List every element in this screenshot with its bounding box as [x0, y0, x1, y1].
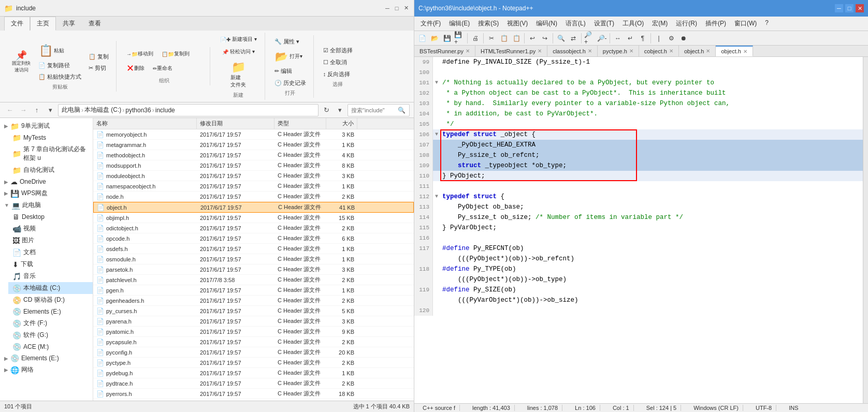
table-row[interactable]: 📄 parsetok.h 2017/6/17 19:57 C Header 源文… [93, 264, 414, 275]
sidebar-item-local-c[interactable]: 💿 本地磁盘 (C:) [8, 282, 93, 294]
save-all-button[interactable]: 💾+ [454, 33, 465, 44]
menu-window[interactable]: 窗口(W) [730, 18, 761, 30]
sync-scroll-button[interactable]: ↔ [612, 33, 624, 44]
sidebar-item-video[interactable]: 📹 视频 [8, 223, 93, 234]
np-close-button[interactable]: ✕ [856, 4, 864, 12]
table-row[interactable]: 📄 pyctype.h 2017/6/17 19:57 C Header 源文件… [93, 358, 414, 368]
table-row[interactable]: 📄 methodobject.h 2017/6/17 19:57 C Heade… [93, 150, 414, 160]
paste-tool-button[interactable]: 📋 [511, 33, 522, 44]
fold-marker[interactable] [433, 243, 440, 254]
maximize-button[interactable]: □ [393, 5, 400, 12]
delete-button[interactable]: ✕ 删除 [123, 61, 148, 76]
tab-close-icon[interactable]: ✕ [706, 48, 710, 54]
fold-marker[interactable] [433, 212, 440, 223]
col-size[interactable]: 大小 [326, 118, 357, 129]
sidebar-item-automation[interactable]: 📁 自动化测试 [8, 164, 93, 176]
macro-button[interactable]: ⚙ [666, 33, 677, 44]
pin-button[interactable]: 📌 固定到快速访问 [8, 49, 34, 76]
tab-object2[interactable]: object.h ✕ [716, 46, 753, 56]
menu-run[interactable]: 运行(R) [672, 18, 701, 30]
tab-bstestrunner[interactable]: BSTestRunner.py ✕ [414, 46, 475, 56]
select-all-button[interactable]: ☑ 全部选择 [320, 45, 356, 56]
menu-tools[interactable]: 工具(O) [618, 18, 648, 30]
table-row[interactable]: 📄 objimpl.h 2017/6/17 19:57 C Header 源文件… [93, 213, 414, 223]
tab-close-icon[interactable]: ✕ [629, 48, 633, 54]
col-name[interactable]: 名称 [93, 118, 197, 129]
table-row[interactable]: 📄 metagrammar.h 2017/6/17 19:57 C Header… [93, 140, 414, 150]
word-wrap-button[interactable]: ↵ [625, 33, 636, 44]
table-row[interactable]: 📄 osdefs.h 2017/6/17 19:57 C Header 源文件 … [93, 244, 414, 254]
table-row[interactable]: 📄 opcode.h 2017/6/17 19:57 C Header 源文件 … [93, 233, 414, 244]
replace-button[interactable]: ⇄ [568, 33, 579, 44]
sidebar-item-network[interactable]: ▶ 🌐 网络 [0, 364, 93, 376]
address-path[interactable]: 此电脑 › 本地磁盘 (C:) › python36 › include [58, 104, 319, 116]
fold-marker[interactable] [433, 285, 440, 295]
table-row[interactable]: 📄 pgen.h 2017/6/17 19:57 C Header 源文件 1 … [93, 285, 414, 296]
menu-file[interactable]: 文件(F) [416, 18, 445, 30]
tab-share[interactable]: 共享 [56, 17, 82, 31]
undo-button[interactable]: ↩ [527, 33, 538, 44]
tab-close-icon[interactable]: ✕ [743, 49, 747, 54]
indent-guide-button[interactable]: | [653, 33, 664, 44]
new-folder-button[interactable]: 📁 新建文件夹 [227, 58, 250, 91]
table-row[interactable]: 📄 namespaceobject.h 2017/6/17 19:57 C He… [93, 181, 414, 192]
all-chars-button[interactable]: ¶ [637, 33, 648, 44]
fold-marker[interactable] [433, 274, 440, 285]
fold-marker[interactable] [433, 254, 440, 264]
table-row[interactable]: 📄 object.h 2017/6/17 19:57 C Header 源文件 … [93, 202, 414, 213]
sidebar-item-desktop[interactable]: 🖥 Desktop [8, 211, 93, 223]
table-row[interactable]: 📄 patchlevel.h 2017/7/8 3:58 C Header 源文… [93, 275, 414, 285]
tab-classobject[interactable]: classobject.h ✕ [547, 46, 598, 56]
up-button[interactable]: ↑ [31, 105, 42, 116]
properties-button[interactable]: 🔧 属性 ▾ [271, 36, 302, 47]
table-row[interactable]: 📄 osmodule.h 2017/6/17 19:57 C Header 源文… [93, 254, 414, 264]
fold-marker[interactable] [433, 67, 440, 78]
table-row[interactable]: 📄 pyarena.h 2017/6/17 19:57 C Header 源文件… [93, 316, 414, 327]
new-file-button[interactable]: 📄 [416, 33, 428, 44]
table-row[interactable]: 📄 pycapsule.h 2017/6/17 19:57 C Header 源… [93, 337, 414, 347]
fold-marker[interactable] [433, 109, 440, 119]
table-row[interactable]: 📄 moduleobject.h 2017/6/17 19:57 C Heade… [93, 171, 414, 181]
fold-marker[interactable] [433, 98, 440, 109]
fold-marker[interactable] [433, 171, 440, 181]
tab-home[interactable]: 主页 [30, 17, 56, 31]
menu-search[interactable]: 搜索(S) [474, 18, 503, 30]
tab-htmltestrunner[interactable]: HTMLTestRunner1.py ✕ [475, 46, 547, 56]
tab-cobject[interactable]: cobject.h ✕ [639, 46, 679, 56]
record-button[interactable]: ⏺ [678, 33, 689, 44]
tab-pyctype[interactable]: pyctype.h ✕ [598, 46, 639, 56]
sidebar-item-docs[interactable]: 📄 文档 [8, 246, 93, 258]
sidebar-item-picture[interactable]: 🖼 图片 [8, 234, 93, 246]
fold-marker[interactable]: ▼ [433, 192, 440, 202]
copy-button[interactable]: 📋 复制 [85, 51, 112, 62]
sidebar-item-unit-test[interactable]: ▶ 📁 9单元测试 [0, 120, 93, 132]
sidebar-item-elements-e2[interactable]: ▶ 💿 Elements (E:) [0, 352, 93, 364]
menu-settings[interactable]: 设置(T) [590, 18, 618, 30]
np-maximize-button[interactable]: □ [845, 4, 853, 12]
table-row[interactable]: 📄 py_curses.h 2017/6/17 19:57 C Header 源… [93, 306, 414, 316]
fold-marker[interactable] [433, 202, 440, 212]
copy-to-button[interactable]: 📋📁 复制到 [158, 48, 193, 60]
search-expand-button[interactable]: ▾ [334, 105, 345, 116]
table-row[interactable]: 📄 pgenheaders.h 2017/6/17 19:57 C Header… [93, 296, 414, 306]
col-date[interactable]: 修改日期 [197, 118, 274, 129]
table-row[interactable]: 📄 odictobject.h 2017/6/17 19:57 C Header… [93, 223, 414, 233]
tab-close-icon[interactable]: ✕ [588, 48, 592, 54]
sidebar-item-drive-g[interactable]: 💿 软件 (G:) [8, 329, 93, 341]
sidebar-item-chapter7[interactable]: 📁 第 7 章自动化测试必备框架 u [8, 143, 93, 164]
table-row[interactable]: 📄 pyerrors.h 2017/6/17 19:57 C Header 源文… [93, 389, 414, 399]
search-box[interactable]: 🔍 [348, 104, 410, 116]
sidebar-item-drive-d[interactable]: 📀 CD 驱动器 (D:) [8, 294, 93, 306]
cut-tool-button[interactable]: ✂ [486, 33, 497, 44]
history-button[interactable]: 🕐 历史记录 [271, 78, 309, 89]
recent-button[interactable]: ▾ [45, 105, 56, 116]
menu-view[interactable]: 视图(V) [503, 18, 532, 30]
open-button[interactable]: 📂 打开▾ [271, 48, 306, 65]
find-button[interactable]: 🔍 [555, 33, 567, 44]
paste-button[interactable]: 📋 粘贴 [35, 42, 84, 60]
sidebar-item-drive-f[interactable]: 💿 文件 (F:) [8, 317, 93, 329]
fold-marker[interactable] [433, 181, 440, 192]
fold-marker[interactable] [433, 150, 440, 160]
move-button[interactable]: →📁 移动到 [123, 48, 157, 60]
table-row[interactable]: 📄 pyconfig.h 2017/6/17 19:57 C Header 源文… [93, 347, 414, 358]
